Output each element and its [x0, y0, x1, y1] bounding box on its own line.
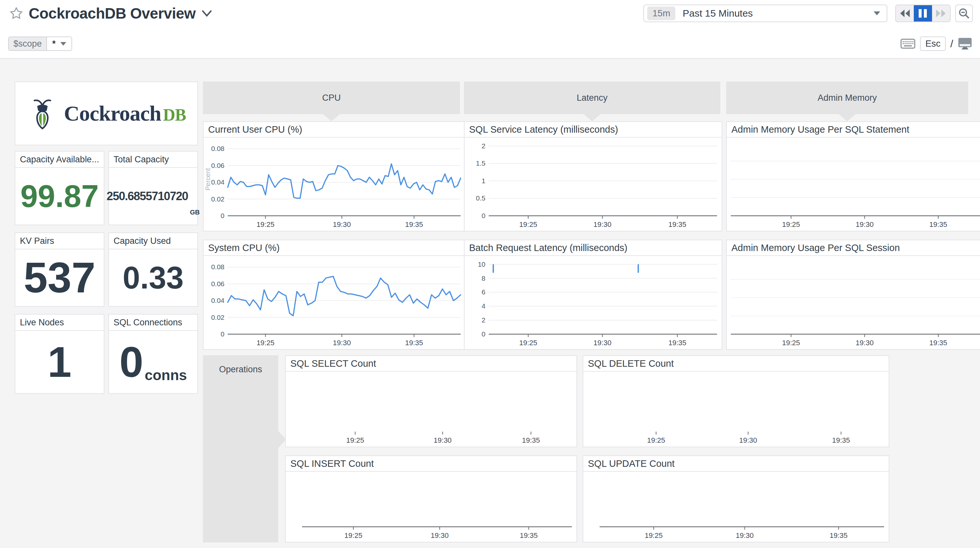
title-dropdown-chevron-icon[interactable] — [201, 9, 213, 18]
chart-card-sql-service-latency: SQL Service Latency (milliseconds) 00.51… — [464, 121, 722, 232]
svg-text:19:30: 19:30 — [856, 220, 873, 229]
logo-accent: DB — [163, 106, 186, 124]
group-header-admin-memory[interactable]: Admin Memory — [726, 81, 968, 114]
stat-label: KV Pairs — [15, 233, 104, 249]
template-variable-scope[interactable]: $scope * — [8, 37, 72, 51]
fast-forward-button[interactable] — [932, 5, 950, 22]
stat-card-live-nodes: Live Nodes 1 — [15, 314, 104, 394]
svg-text:19:30: 19:30 — [333, 339, 351, 347]
svg-text:19:35: 19:35 — [668, 339, 686, 347]
svg-text:0: 0 — [221, 212, 224, 219]
stat-label: Total Capacity — [109, 152, 197, 168]
chart-canvas-sql-insert-count[interactable]: 19:2519:3019:35 — [286, 472, 576, 542]
svg-text:19:25: 19:25 — [644, 531, 663, 540]
svg-text:19:35: 19:35 — [520, 531, 538, 540]
stat-value-sql-connections: 0 — [119, 341, 143, 384]
stat-card-kv-pairs: KV Pairs 537 — [15, 232, 104, 307]
group-label: Admin Memory — [818, 93, 877, 103]
chart-card-sql-select-count: SQL SELECT Count 19:2519:3019:35 — [285, 355, 577, 447]
svg-text:10: 10 — [478, 260, 485, 268]
chart-canvas-current-user-cpu[interactable]: 00.020.040.060.0819:2519:3019:35Percent — [204, 138, 465, 231]
scope-caret-icon — [60, 42, 66, 46]
chart-title: Current User CPU (%) — [204, 122, 465, 138]
stat-card-total-capacity: Total Capacity 250.6855710720GB — [108, 151, 198, 225]
top-bar: CockroachDB Overview 15m Past 15 Minutes — [0, 0, 980, 59]
svg-text:0: 0 — [482, 330, 485, 338]
chart-title: SQL DELETE Count — [583, 356, 889, 372]
playback-controls — [895, 5, 951, 22]
svg-text:1: 1 — [482, 177, 485, 184]
chart-card-admin-memory-per-statement: Admin Memory Usage Per SQL Statement 19:… — [726, 121, 980, 232]
svg-text:19:35: 19:35 — [929, 339, 947, 347]
template-variable-value: * — [52, 39, 56, 49]
stat-value-live-nodes: 1 — [48, 341, 72, 384]
tv-mode-icon[interactable] — [958, 38, 972, 50]
group-header-latency[interactable]: Latency — [464, 81, 720, 114]
stat-value-total-capacity: 250.6855710720 — [107, 191, 188, 202]
chart-card-admin-memory-per-session: Admin Memory Usage Per SQL Session 19:25… — [726, 240, 980, 350]
svg-text:19:25: 19:25 — [345, 531, 363, 540]
zoom-out-button[interactable] — [955, 5, 973, 22]
svg-text:0.02: 0.02 — [211, 314, 224, 321]
svg-text:19:30: 19:30 — [856, 339, 873, 347]
chart-card-current-user-cpu: Current User CPU (%) 00.020.040.060.0819… — [203, 121, 466, 232]
svg-text:19:30: 19:30 — [434, 436, 452, 444]
chart-canvas-sql-update-count[interactable]: 19:2519:3019:35 — [583, 472, 889, 542]
group-label: CPU — [322, 93, 340, 103]
svg-text:0.5: 0.5 — [476, 194, 485, 202]
chart-title: SQL SELECT Count — [286, 356, 576, 372]
svg-text:19:25: 19:25 — [519, 339, 537, 347]
chart-title: Admin Memory Usage Per SQL Statement — [727, 122, 980, 138]
svg-text:Percent: Percent — [204, 168, 212, 191]
svg-text:1.5: 1.5 — [476, 159, 485, 167]
svg-text:19:35: 19:35 — [929, 220, 947, 229]
svg-text:4: 4 — [482, 302, 485, 310]
svg-text:0.04: 0.04 — [211, 178, 224, 186]
stat-card-capacity-available: Capacity Available... 99.87 — [15, 151, 104, 225]
svg-text:19:25: 19:25 — [256, 339, 274, 347]
stat-label: Capacity Available... — [15, 152, 104, 168]
group-pointer — [839, 114, 856, 121]
group-pointer — [584, 114, 601, 121]
stat-unit: GB — [190, 209, 200, 216]
chart-canvas-sql-select-count[interactable]: 19:2519:3019:35 — [286, 372, 576, 446]
time-picker-caret-icon — [873, 11, 880, 15]
time-range-picker[interactable]: 15m Past 15 Minutes — [643, 5, 887, 22]
stat-label: SQL Connections — [109, 315, 197, 331]
svg-text:19:25: 19:25 — [782, 220, 800, 229]
svg-text:19:30: 19:30 — [593, 339, 611, 347]
svg-text:8: 8 — [482, 275, 485, 282]
rewind-button[interactable] — [896, 5, 914, 22]
chart-canvas-sql-service-latency[interactable]: 00.511.5219:2519:3019:35 — [465, 138, 722, 231]
keyboard-shortcuts-icon[interactable] — [900, 38, 915, 49]
stat-value-capacity-available: 99.87 — [20, 181, 99, 212]
svg-text:19:30: 19:30 — [739, 436, 757, 444]
chart-canvas-sql-delete-count[interactable]: 19:2519:3019:35 — [583, 372, 889, 446]
stat-card-capacity-used: Capacity Used 0.33 — [108, 232, 198, 307]
pause-button[interactable] — [914, 5, 932, 22]
svg-text:19:35: 19:35 — [668, 220, 686, 229]
chart-canvas-admin-memory-per-statement[interactable]: 19:2519:3019:35 — [727, 138, 980, 231]
stat-label: Capacity Used — [109, 233, 197, 249]
svg-text:19:25: 19:25 — [782, 339, 800, 347]
cockroachdb-bug-icon — [27, 97, 58, 130]
svg-text:0: 0 — [482, 212, 485, 219]
svg-text:0: 0 — [221, 330, 224, 338]
svg-text:19:30: 19:30 — [736, 531, 754, 540]
chart-title: SQL INSERT Count — [286, 456, 576, 472]
stat-unit: conns — [145, 367, 187, 383]
group-label: Latency — [577, 93, 608, 103]
svg-text:19:25: 19:25 — [256, 220, 274, 229]
group-header-operations[interactable]: Operations — [203, 355, 278, 542]
svg-text:0.08: 0.08 — [211, 145, 224, 152]
chart-canvas-batch-request-latency[interactable]: 024681019:2519:3019:35 — [465, 256, 722, 349]
logo-wordmark: Cockroach — [64, 102, 161, 125]
group-header-cpu[interactable]: CPU — [203, 81, 460, 114]
chart-canvas-admin-memory-per-session[interactable]: 19:2519:3019:35 — [727, 256, 980, 349]
svg-text:0.08: 0.08 — [211, 263, 224, 270]
svg-text:19:35: 19:35 — [830, 531, 848, 540]
svg-text:19:35: 19:35 — [522, 436, 540, 444]
chart-canvas-system-cpu[interactable]: 00.020.040.060.0819:2519:3019:35 — [204, 256, 465, 349]
svg-text:19:35: 19:35 — [405, 220, 423, 229]
favorite-star-icon[interactable] — [9, 6, 24, 21]
